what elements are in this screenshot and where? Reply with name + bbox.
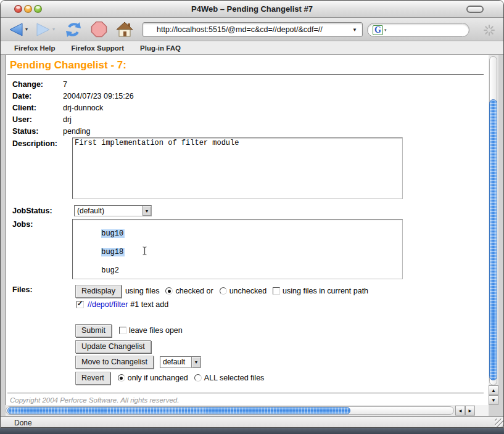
date-label: Date: [12,92,31,100]
bookmark-plugin-faq[interactable]: Plug-in FAQ [140,44,181,52]
revert-all-label: ALL selected files [204,374,265,382]
user-label: User: [12,115,32,124]
back-icon [8,22,24,38]
file-link[interactable]: //depot/filter [88,300,128,309]
submit-button[interactable]: Submit [75,324,112,337]
url-bar[interactable]: http://localhost:5515/@md=c&cd=//depot/&… [143,22,363,37]
text-cursor-icon [106,237,147,268]
stop-icon [91,21,107,38]
reload-icon [65,21,82,38]
status-value: pending [63,127,91,136]
change-label: Change: [12,80,43,89]
move-target-select[interactable]: default ▼ [160,356,201,368]
stop-button[interactable] [91,21,107,38]
toolbar-toggle-button[interactable] [466,6,484,13]
unchecked-label: unchecked [229,287,266,295]
horizontal-scrollbar[interactable]: ◄ ► [6,405,489,416]
files-checked-radio[interactable] [165,287,173,295]
revert-all-radio[interactable] [194,374,202,382]
forward-icon [35,22,51,38]
window-title: P4Web – Pending Changelist #7 [1,4,503,14]
leave-files-open-checkbox[interactable] [119,327,126,334]
url-dropdown-icon[interactable]: ▼ [352,27,357,33]
google-logo-icon: G [373,25,383,35]
horizontal-scrollbar-track[interactable] [6,406,454,415]
user-value: drj [63,115,72,124]
file-detail: #1 text add [130,300,168,309]
update-changelist-button[interactable]: Update Changelist [75,340,151,353]
page-title: Pending Changelist - 7: [10,59,126,72]
scroll-left-button[interactable]: ◄ [455,406,465,416]
resize-grip[interactable] [495,419,503,427]
jobstatus-selected-value: (default) [75,207,142,215]
footer-divider [7,393,484,393]
forward-button[interactable] [35,22,51,38]
home-button[interactable] [116,22,133,38]
scroll-right-button[interactable]: ► [465,406,475,416]
files-unchecked-radio[interactable] [220,287,227,295]
revert-button[interactable]: Revert [75,372,110,385]
file-entry-row: ✓ //depot/filter #1 text add [76,300,168,309]
submit-row: Submit leave files open [75,324,183,337]
update-row: Update Changelist [75,340,151,353]
move-target-select-arrow-icon[interactable]: ▼ [191,357,200,367]
jobstatus-label: JobStatus: [12,207,52,215]
leave-files-open-label: leave files open [129,326,183,335]
client-label: Client: [12,104,36,112]
move-to-changelist-button[interactable]: Move to Changelist [75,356,154,369]
change-value: 7 [63,80,67,89]
back-button[interactable] [8,22,24,38]
checked-or-label: checked or [175,287,213,295]
window-shadow [0,428,504,434]
check-icon: ✓ [77,300,83,308]
scroll-down-button[interactable]: ▼ [489,395,498,405]
revert-unchanged-radio[interactable] [118,374,125,382]
search-bar[interactable]: G ▾ [367,23,469,37]
jobstatus-select-arrow-icon[interactable]: ▼ [142,206,151,216]
status-bar: Done [1,416,504,428]
vertical-scrollbar-thumb[interactable] [489,99,497,380]
back-dropdown-icon[interactable]: ▾ [25,27,28,32]
using-files-label: using files [125,287,160,295]
bookmark-firefox-help[interactable]: Firefox Help [14,44,55,52]
title-bar[interactable]: P4Web – Pending Changelist #7 [1,1,503,18]
move-target-selected-value: default [160,358,191,366]
browser-window: P4Web – Pending Changelist #7 ▾ ▾ [0,0,504,428]
client-value: drj-dunnock [63,104,103,112]
navigation-toolbar: ▾ ▾ [1,18,503,41]
home-icon [116,22,133,38]
jobs-label: Jobs: [12,220,33,229]
jobs-textarea[interactable]: bug10 bug18 bug2 [72,219,403,279]
copyright-text: Copyright 2004 Perforce Software. All ri… [10,396,179,404]
revert-row: Revert only if unchanged ALL selected fi… [75,371,264,385]
url-text[interactable]: http://localhost:5515/@md=c&cd=//depot/&… [157,25,350,34]
vertical-scrollbar[interactable]: ▲ ▼ [489,55,498,405]
reload-button[interactable] [65,21,82,38]
scrollbar-corner [475,405,489,416]
date-value: 2004/07/23 09:15:26 [63,92,134,100]
current-path-label: using files in current path [283,287,368,295]
horizontal-scrollbar-thumb[interactable] [7,407,350,414]
activity-throbber-icon [484,25,495,36]
files-controls-row: Redisplay using files checked or uncheck… [75,284,368,298]
description-label: Description: [12,139,57,148]
page-content: Pending Changelist - 7: Change: 7 Date: … [6,55,489,405]
revert-unchanged-label: only if unchanged [128,374,188,382]
redisplay-button[interactable]: Redisplay [75,285,122,298]
description-textarea[interactable]: First implementation of filter module [72,137,403,199]
files-label: Files: [12,285,33,294]
status-text: Done [14,419,32,427]
current-path-checkbox[interactable] [273,287,280,295]
jobstatus-select[interactable]: (default) ▼ [74,205,152,216]
heading-divider [7,74,484,75]
scroll-up-button[interactable]: ▲ [489,385,498,395]
bookmarks-toolbar: Firefox Help Firefox Support Plug-in FAQ [1,41,503,55]
status-label: Status: [12,127,38,136]
bookmark-firefox-support[interactable]: Firefox Support [71,44,124,52]
move-row: Move to Changelist default ▼ [75,355,201,369]
search-engine-dropdown-icon[interactable]: ▾ [384,28,387,33]
forward-dropdown-icon: ▾ [52,27,55,32]
file-entry-checkbox[interactable]: ✓ [76,301,84,308]
